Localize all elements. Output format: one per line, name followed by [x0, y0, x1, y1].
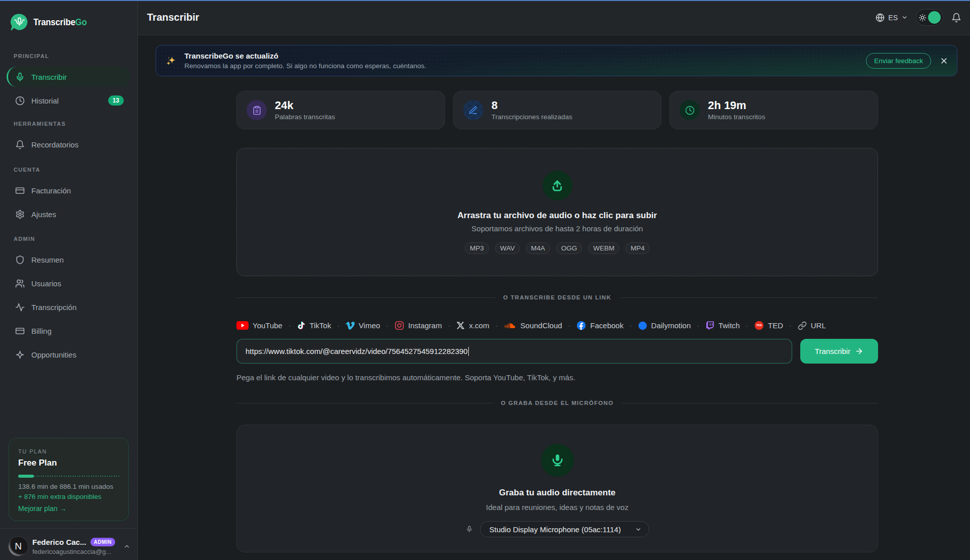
svg-text:TED: TED: [756, 324, 762, 327]
